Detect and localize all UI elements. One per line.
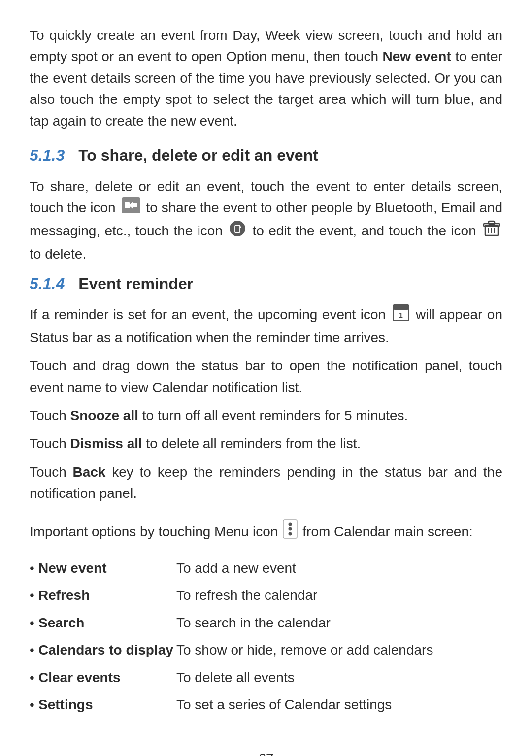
svg-text:1: 1 [399,311,403,319]
back-bold: Back [73,464,106,480]
section-514-para5: Touch Back key to keep the reminders pen… [30,461,502,504]
section-514-para5-prefix: Touch [30,464,66,480]
menu-intro: Important options by touching Menu icon … [30,519,502,545]
section-514-para4-suffix: to delete all reminders from the list. [146,436,361,451]
intro-paragraph: To quickly create an event from Day, Wee… [30,25,502,131]
menu-dots-icon [283,519,298,545]
svg-rect-14 [393,305,409,310]
section-513-body3: to edit the event, and touch the icon [253,223,476,238]
svg-point-17 [289,522,292,526]
menu-term-5: Settings [38,691,176,718]
svg-point-19 [289,532,292,535]
menu-intro-suffix: from Calendar main screen: [302,521,472,542]
svg-point-3 [230,221,245,236]
share-icon [122,197,140,219]
edit-icon [229,220,246,243]
menu-table-row: •New eventTo add a new event [30,555,502,582]
section-513-number: 5.1.3 [30,143,65,168]
menu-term-2: Search [38,609,176,636]
menu-options-table: •New eventTo add a new event•RefreshTo r… [30,555,502,718]
page-number: 67 [30,748,502,756]
bullet-cell: • [30,609,38,636]
section-514-para2: Touch and drag down the status bar to op… [30,355,502,398]
menu-term-3: Calendars to display [38,636,176,663]
new-event-bold: New event [383,49,451,64]
section-514-para3-prefix: Touch [30,408,66,423]
dismiss-all-bold: Dismiss all [70,436,142,451]
menu-desc-4: To delete all events [176,664,502,691]
section-514-para1: If a reminder is set for an event, the u… [30,304,502,348]
snooze-all-bold: Snooze all [70,408,138,423]
bullet-cell: • [30,582,38,609]
calendar-notification-icon: 1 [393,304,409,327]
bullet-cell: • [30,664,38,691]
section-514-heading: 5.1.4 Event reminder [30,272,502,296]
section-514-para1-prefix: If a reminder is set for an event, the u… [30,307,386,322]
menu-table-row: •SearchTo search in the calendar [30,609,502,636]
section-514-para3-suffix: to turn off all event reminders for 5 mi… [142,408,408,423]
section-513-heading: 5.1.3 To share, delete or edit an event [30,143,502,168]
menu-intro-prefix: Important options by touching Menu icon [30,521,278,542]
menu-term-0: New event [38,555,176,582]
menu-desc-5: To set a series of Calendar settings [176,691,502,718]
menu-table-row: •SettingsTo set a series of Calendar set… [30,691,502,718]
menu-table-row: •Calendars to displayTo show or hide, re… [30,636,502,663]
menu-desc-0: To add a new event [176,555,502,582]
section-514-para3: Touch Snooze all to turn off all event r… [30,405,502,426]
section-514-para4-prefix: Touch [30,436,66,451]
section-513-body4: to delete. [30,246,86,262]
menu-table-row: •RefreshTo refresh the calendar [30,582,502,609]
svg-rect-9 [489,221,495,224]
bullet-cell: • [30,636,38,663]
menu-desc-2: To search in the calendar [176,609,502,636]
menu-desc-3: To show or hide, remove or add calendars [176,636,502,663]
menu-term-1: Refresh [38,582,176,609]
section-513-body: To share, delete or edit an event, touch… [30,176,502,265]
bullet-cell: • [30,691,38,718]
menu-desc-1: To refresh the calendar [176,582,502,609]
svg-rect-2 [125,202,130,208]
section-514-title: Event reminder [78,272,193,296]
section-513-title: To share, delete or edit an event [78,143,318,168]
svg-point-18 [289,527,292,530]
section-514-para4: Touch Dismiss all to delete all reminder… [30,433,502,454]
menu-table-row: •Clear eventsTo delete all events [30,664,502,691]
section-514-number: 5.1.4 [30,272,65,296]
menu-list-section: Important options by touching Menu icon … [30,519,502,719]
trash-icon [483,220,500,243]
bullet-cell: • [30,555,38,582]
menu-term-4: Clear events [38,664,176,691]
